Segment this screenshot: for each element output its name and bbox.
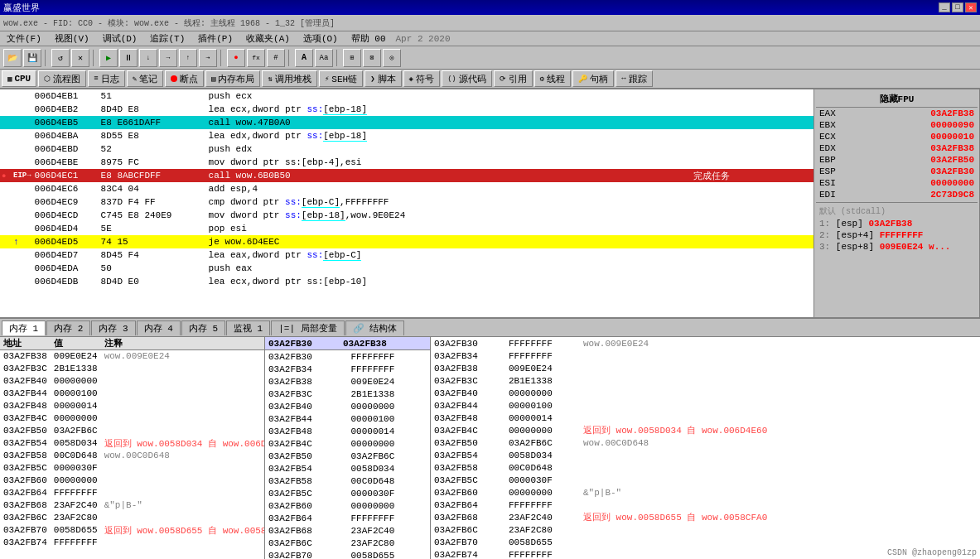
tb-hash[interactable]: #	[267, 49, 285, 67]
tb-stepout[interactable]: ↑	[179, 49, 197, 67]
tab-seh[interactable]: ⚡ SEH链	[319, 70, 363, 87]
mem-row[interactable]: 03A2FB5800C0D648wow.00C0D648	[0, 450, 264, 462]
mem-row[interactable]: 03A2FB6823AF2C40&"p|B-"	[0, 499, 264, 512]
minimize-button[interactable]: _	[939, 2, 950, 12]
tab-source[interactable]: ⟨⟩ 源代码	[442, 70, 492, 87]
stack-ref: [esp]	[836, 219, 863, 229]
tab-symbols[interactable]: ◈ 符号	[403, 70, 440, 87]
mem-right-row: 03A2FB4000000000	[431, 387, 980, 399]
disasm-row[interactable]: 006D4EBA8D55 E8lea edx,dword ptr ss:[ebp…	[0, 129, 813, 142]
mem-row[interactable]: 03A2FB4400000100	[0, 388, 264, 400]
mem-mid-scroll[interactable]: 03A2FB30FFFFFFFF03A2FB34FFFFFFFF03A2FB38…	[265, 350, 430, 559]
btab-locals[interactable]: |=| 局部变量	[271, 320, 344, 335]
mem-row[interactable]: 03A2FB38009E0E24wow.009E0E24	[0, 350, 264, 363]
disasm-bytes: 51	[99, 89, 207, 103]
disasm-row[interactable]: 006D4EDA50push eax	[0, 262, 813, 275]
maximize-button[interactable]: □	[952, 2, 963, 12]
menu-trace[interactable]: 追踪(T)	[147, 32, 188, 45]
btab-mem1[interactable]: 内存 1	[2, 320, 46, 335]
tab-tracing[interactable]: ↔ 跟踪	[616, 70, 652, 87]
menu-view[interactable]: 视图(V)	[51, 32, 93, 45]
tab-flowchart[interactable]: ⬡ 流程图	[38, 70, 86, 87]
tab-script[interactable]: ❯ 脚本	[364, 70, 401, 87]
disasm-row[interactable]: 006D4ED78D45 F4lea eax,dword ptr ss:[ebp…	[0, 248, 813, 262]
mem-row[interactable]: 03A2FB74FFFFFFFF	[0, 537, 264, 549]
menu-file[interactable]: 文件(F)	[3, 32, 45, 45]
tb-extra2[interactable]: ⊠	[363, 49, 381, 67]
mem-row[interactable]: 03A2FB4C00000000	[0, 412, 264, 425]
disasm-scroll[interactable]: 006D4EB151push ecx006D4EB28D4D E8lea ecx…	[0, 89, 813, 317]
mem-row[interactable]: 03A2FB540058D034返回到 wow.0058D034 自 wow.0…	[0, 437, 264, 450]
mem-row[interactable]: 03A2FB5C0000030F	[0, 462, 264, 475]
disasm-row[interactable]: 006D4ED45Epop esi	[0, 222, 813, 235]
tab-references[interactable]: ⟳ 引用	[494, 70, 533, 87]
stack-list: 1: [esp] 03A2FB382: [esp+4] FFFFFFFF3: […	[816, 218, 978, 253]
btab-mem2[interactable]: 内存 2	[46, 320, 90, 335]
disasm-row[interactable]: 006D4EB28D4D E8lea ecx,dword ptr ss:[ebp…	[0, 103, 813, 116]
mem-right-panel[interactable]: 03A2FB30FFFFFFFFwow.009E0E2403A2FB34FFFF…	[431, 337, 980, 559]
mem-row[interactable]: 03A2FB4800000014	[0, 400, 264, 412]
menu-favorites[interactable]: 收藏夹(A)	[243, 32, 293, 45]
tb-close[interactable]: ✕	[71, 49, 89, 67]
disasm-row[interactable]: 006D4EDB8D4D E0lea ecx,dword ptr ss:[ebp…	[0, 275, 813, 288]
tb-save[interactable]: 💾	[23, 49, 41, 67]
tab-cpu[interactable]: ▦ CPU	[2, 70, 36, 87]
btab-struct[interactable]: 🔗 结构体	[345, 320, 405, 335]
tb-open[interactable]: 📂	[3, 49, 22, 67]
mem-mid-panel[interactable]: 03A2FB30 03A2FB38 03A2FB30FFFFFFFF03A2FB…	[265, 337, 431, 559]
mem-row[interactable]: 03A2FB6C23AF2C80	[0, 512, 264, 524]
disasm-instr: add esp,4	[207, 182, 669, 195]
mem-left-panel[interactable]: 地址 值 注释 03A2FB38009E0E24wow.009E0E2403A2…	[0, 337, 265, 559]
disasm-row[interactable]: 006D4EC9837D F4 FFcmp dword ptr ss:[ebp-…	[0, 195, 813, 209]
tb-extra3[interactable]: ◎	[383, 49, 401, 67]
disasm-row[interactable]: 006D4EBE8975 FCmov dword ptr ss:[ebp-4],…	[0, 156, 813, 169]
menu-help[interactable]: 帮助 00	[348, 32, 389, 45]
tb-bpx[interactable]: fx	[247, 49, 265, 67]
disasm-row[interactable]: 006D4EB5E8 E661DAFFcall wow.47B0A0	[0, 116, 813, 129]
btab-watch1[interactable]: 监视 1	[226, 320, 270, 335]
tab-memory[interactable]: ▤ 内存布局	[205, 70, 260, 87]
tab-stack-label: 调用堆栈	[275, 73, 311, 85]
tb-extra1[interactable]: ⊞	[343, 49, 361, 67]
menu-debug[interactable]: 调试(D)	[99, 32, 141, 45]
btab-mem4[interactable]: 内存 4	[137, 320, 181, 335]
close-button[interactable]: ✕	[965, 2, 977, 12]
tab-note[interactable]: ✎ 笔记	[127, 70, 163, 87]
menu-options[interactable]: 选项(O)	[300, 32, 341, 45]
tab-threads[interactable]: ⚙ 线程	[534, 70, 571, 87]
tb-B[interactable]: Aa	[315, 49, 333, 67]
mem-row[interactable]: 03A2FB4000000000	[0, 375, 264, 388]
tb-stepover[interactable]: →	[159, 49, 177, 67]
mem-right-scroll[interactable]: 03A2FB30FFFFFFFFwow.009E0E2403A2FB34FFFF…	[431, 337, 980, 559]
tab-callstack[interactable]: ⇅ 调用堆栈	[262, 70, 316, 87]
disasm-row[interactable]: 006D4ECDC745 E8 240E9mov dword ptr ss:[e…	[0, 209, 813, 222]
mem-row[interactable]: 03A2FB6000000000	[0, 475, 264, 487]
disasm-comment	[669, 89, 813, 103]
mem-mid-addr: 03A2FB60	[265, 499, 348, 512]
mem-row[interactable]: 03A2FB3C2B1E1338	[0, 363, 264, 375]
mem-row[interactable]: 03A2FB64FFFFFFFF	[0, 487, 264, 499]
mem-right-addr: 03A2FB70	[431, 536, 505, 548]
tb-bp[interactable]: ●	[227, 49, 245, 67]
tb-pause[interactable]: ⏸	[119, 49, 138, 67]
mem-row[interactable]: 03A2FB5003A2FB6C	[0, 425, 264, 437]
tb-run[interactable]: ▶	[99, 49, 118, 67]
tab-handles[interactable]: 🔑 句柄	[572, 70, 614, 87]
tb-trace[interactable]: ⇢	[199, 49, 217, 67]
disasm-row[interactable]: ↑006D4ED574 15je wow.6D4EEC	[0, 235, 813, 248]
tb-restart[interactable]: ↺	[51, 49, 70, 67]
disasm-pane[interactable]: 006D4EB151push ecx006D4EB28D4D E8lea ecx…	[0, 89, 814, 317]
mem-row[interactable]: 03A2FB700058D655返回到 wow.0058D655 自 wow.0…	[0, 524, 264, 537]
disasm-row[interactable]: ●EIP→006D4EC1E8 8ABCFDFFcall wow.6B0B50完…	[0, 169, 813, 182]
tab-breakpoints[interactable]: 断点	[165, 70, 204, 87]
tb-A[interactable]: A	[295, 49, 313, 67]
btab-mem3[interactable]: 内存 3	[91, 320, 135, 335]
tab-log[interactable]: ≡ 日志	[88, 70, 124, 87]
disasm-row[interactable]: 006D4EBD52push edx	[0, 142, 813, 156]
disasm-row[interactable]: 006D4EC683C4 04add esp,4	[0, 182, 813, 195]
menu-plugin[interactable]: 插件(P)	[195, 32, 236, 45]
btab-mem5[interactable]: 内存 5	[181, 320, 225, 335]
tb-stepinto[interactable]: ↓	[139, 49, 157, 67]
mem-left-scroll[interactable]: 地址 值 注释 03A2FB38009E0E24wow.009E0E2403A2…	[0, 337, 264, 559]
disasm-row[interactable]: 006D4EB151push ecx	[0, 89, 813, 103]
